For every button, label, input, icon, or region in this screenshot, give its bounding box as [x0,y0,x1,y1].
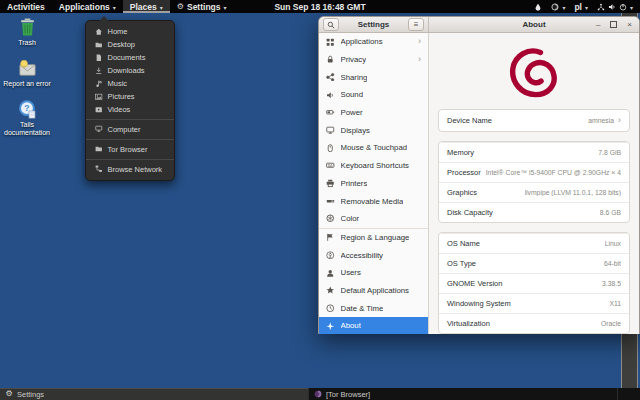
tails-documentation-icon: ? [17,99,38,120]
maximize-button[interactable] [610,21,617,28]
os-info-row: Windowing System X11 [439,293,629,313]
users-icon [326,269,335,278]
settings-sidebar: Applications Privacy Sharing [319,33,429,334]
region-language-flag-icon [326,233,335,242]
caret-down-icon [630,2,633,12]
color-profile-icon [326,214,335,223]
panel-headerbar: About – × [429,17,639,32]
tor-status-button[interactable] [551,2,565,12]
keyboard-icon [326,161,335,170]
sidebar-title: Settings [358,20,390,29]
hamburger-menu-button[interactable]: ≡ [408,18,424,31]
applications-menu-button[interactable]: Applications [52,0,123,13]
caret-down-icon [562,2,565,12]
minimize-button[interactable]: – [596,21,600,29]
places-menu-item[interactable]: Desktop [86,38,174,51]
caret-down-icon [113,2,116,12]
network-icon [95,165,103,173]
computer-icon [95,125,103,133]
onion-icon [314,390,322,398]
device-name-row[interactable]: Device Name amnesia [439,110,629,131]
trash-icon [17,17,38,38]
hardware-info-row: Processor Intel® Core™ i5-9400F CPU @ 2.… [439,162,629,182]
taskbar-window-button[interactable]: ⚙ Settings [0,388,309,400]
tor-status-icon [551,3,559,11]
picture-icon [95,93,103,101]
places-menu-item[interactable]: Computer [86,119,174,136]
settings-sidebar-item[interactable]: Sharing [319,68,428,86]
gear-icon: ⚙ [177,3,184,11]
desktop-icon[interactable]: ? Tails documentation [0,99,54,137]
close-button[interactable]: × [627,21,632,29]
settings-sidebar-item[interactable]: Privacy [319,51,428,69]
settings-sidebar-item[interactable]: Default Applications [319,282,428,300]
places-menu-item[interactable]: Home [86,25,174,38]
places-menu-button[interactable]: Places [123,0,170,13]
privacy-lock-icon [326,55,335,64]
settings-sidebar-item[interactable]: Removable Media [319,192,428,210]
sharing-icon [326,73,335,82]
hardware-info-row: Graphics llvmpipe (LLVM 11.0.1, 128 bits… [439,182,629,202]
places-menu-item[interactable]: Tor Browser [86,139,174,156]
settings-sidebar-item[interactable]: Applications [319,33,428,51]
keyboard-layout-button[interactable]: pl [574,2,588,12]
os-info-row: GNOME Version 3.38.5 [439,273,629,293]
power-battery-icon [326,108,335,117]
download-icon [95,67,103,75]
caret-down-icon [160,2,163,12]
desktop-screen: Activities Applications Places ⚙ Setting… [0,0,640,400]
desktop-icon-area: Trash Report an error ? Tails documentat… [0,17,54,137]
document-icon [95,54,103,62]
volume-icon [608,3,616,11]
applications-grid-icon [326,38,335,47]
hamburger-icon: ≡ [414,21,419,29]
settings-sidebar-item[interactable]: Region & Language [319,228,428,247]
chevron-right-icon [418,37,421,46]
settings-sidebar-item[interactable]: Color [319,210,428,228]
system-menu-button[interactable] [597,2,633,12]
settings-sidebar-item[interactable]: Printers [319,175,428,193]
settings-sidebar-item[interactable]: Mouse & Touchpad [319,139,428,157]
settings-sidebar-item[interactable]: Keyboard Shortcuts [319,157,428,175]
settings-sidebar-item[interactable]: About [319,317,428,334]
printer-icon [326,179,335,188]
tails-status-icon[interactable] [534,3,542,11]
hardware-info-card: Memory 7.8 GiB Processor Intel® Core™ i5… [438,141,630,223]
settings-titlebar[interactable]: Settings ≡ About – × [319,17,639,33]
settings-sidebar-item[interactable]: Sound [319,86,428,104]
debian-logo [507,46,561,100]
app-menu-settings-button[interactable]: ⚙ Settings [170,0,234,13]
chevron-right-icon [618,116,621,125]
displays-monitor-icon [326,126,335,135]
os-info-row: Virtualization Oracle [439,313,629,333]
sound-speaker-icon [326,91,335,100]
settings-sidebar-item[interactable]: Accessibility [319,246,428,264]
sidebar-headerbar: Settings ≡ [319,17,429,32]
taskbar-window-button[interactable]: [Tor Browser] [309,388,618,400]
desktop-icon[interactable]: Report an error [0,58,54,88]
places-menu-item[interactable]: Documents [86,51,174,64]
settings-sidebar-item[interactable]: Displays [319,121,428,139]
settings-sidebar-item[interactable]: Power [319,104,428,122]
places-menu-item[interactable]: Browse Network [86,159,174,176]
places-menu-item[interactable]: Videos [86,103,174,116]
places-menu-item[interactable]: Downloads [86,64,174,77]
accessibility-icon [326,251,335,260]
device-name-card: Device Name amnesia [438,109,630,132]
date-time-clock-icon [326,304,335,313]
settings-sidebar-item[interactable]: Users [319,264,428,282]
home-icon [95,28,103,36]
network-icon [597,3,605,11]
activities-button[interactable]: Activities [0,0,52,13]
power-icon [619,3,627,11]
gear-icon: ⚙ [5,390,13,398]
places-menu-item[interactable]: Music [86,77,174,90]
settings-sidebar-item[interactable]: Date & Time [319,299,428,317]
places-menu-item[interactable]: Pictures [86,90,174,103]
os-info-card: OS Name Linux OS Type 64-bit GNOME Versi… [438,232,630,334]
clock[interactable]: Sun Sep 18 16:48 GMT [274,2,365,12]
desktop-icon[interactable]: Trash [0,17,54,47]
hardware-info-row: Disk Capacity 8.6 GB [439,202,629,222]
search-button[interactable] [323,18,339,31]
folder-icon [95,145,103,153]
